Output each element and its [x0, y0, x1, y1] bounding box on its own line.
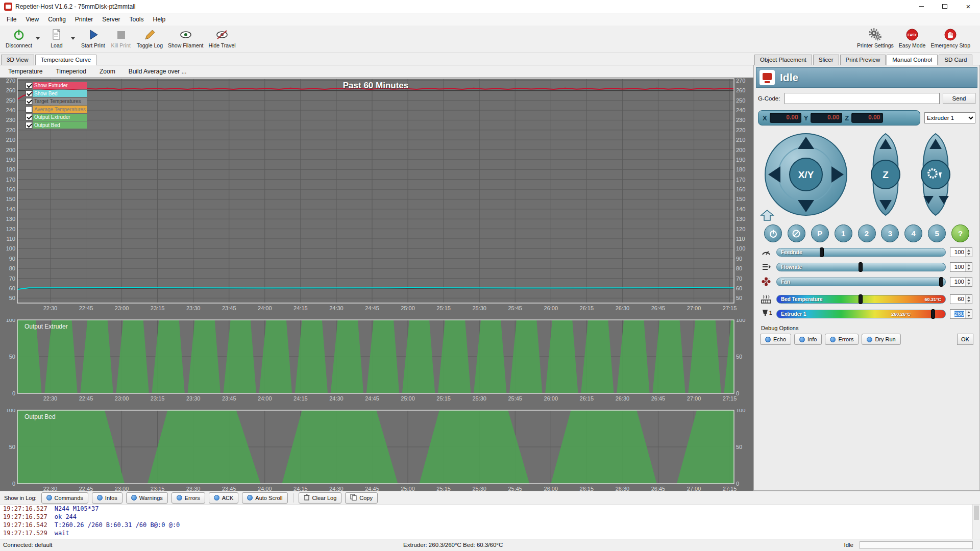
z-axis-label: Z: [845, 114, 849, 122]
svg-text:210: 210: [6, 137, 15, 143]
printer-settings-button[interactable]: Printer Settings: [854, 27, 896, 49]
fan-slider-thumb[interactable]: [939, 277, 943, 287]
flowrate-value-box[interactable]: 100: [950, 262, 972, 272]
flowrate-slider-thumb[interactable]: [859, 262, 863, 272]
log-warnings-toggle[interactable]: Warnings: [126, 492, 168, 504]
fan-slider[interactable]: Fan: [776, 278, 946, 286]
minimize-button[interactable]: [910, 0, 933, 13]
flowrate-slider[interactable]: Flowrate: [776, 263, 946, 271]
start-print-button[interactable]: Start Print: [79, 27, 108, 49]
preset-2-button[interactable]: 2: [858, 224, 876, 242]
log-output[interactable]: 19:27:16.527N244 M105*37 19:27:16.527ok …: [0, 504, 980, 539]
tab-sd-card[interactable]: SD Card: [939, 55, 972, 65]
debug-errors-toggle[interactable]: Errors: [825, 334, 859, 345]
bed-temperature-value-box[interactable]: 60: [950, 294, 972, 304]
preset-4-button[interactable]: 4: [904, 224, 922, 242]
output-extruder-checkbox[interactable]: [26, 114, 32, 120]
log-errors-toggle[interactable]: Errors: [172, 492, 205, 504]
disconnect-button[interactable]: Disconnect: [3, 27, 35, 49]
bed-temperature-thumb[interactable]: [859, 294, 863, 304]
extruder-temperature-value-box[interactable]: 260: [950, 309, 972, 319]
output-bed-checkbox[interactable]: [26, 122, 32, 129]
show-bed-checkbox[interactable]: [26, 90, 32, 97]
menu-temperature[interactable]: Temperature: [8, 68, 42, 75]
extruder-temperature-slider[interactable]: Extruder 1 260.26°C: [776, 310, 946, 318]
send-button[interactable]: Send: [943, 93, 975, 104]
preset-5-button[interactable]: 5: [928, 224, 946, 242]
menu-zoom[interactable]: Zoom: [100, 68, 115, 75]
extruder-select[interactable]: Extruder 1: [924, 112, 975, 123]
debug-options-row: Echo Info Errors Dry Run OK: [756, 334, 977, 345]
clear-log-button[interactable]: Clear Log: [299, 492, 342, 504]
feedrate-slider[interactable]: Feedrate: [776, 248, 946, 257]
menu-file[interactable]: File: [2, 14, 21, 25]
preset-3-button[interactable]: 3: [881, 224, 899, 242]
z-jog-control[interactable]: Z: [864, 132, 907, 217]
tab-slicer[interactable]: Slicer: [813, 55, 839, 65]
gcode-input[interactable]: [785, 93, 940, 104]
power-button[interactable]: [764, 224, 782, 242]
preset-1-button[interactable]: 1: [835, 224, 852, 242]
extruder-jog-control[interactable]: [912, 132, 959, 217]
tab-print-preview[interactable]: Print Preview: [840, 55, 886, 65]
load-button[interactable]: Load: [43, 27, 70, 49]
flowrate-value[interactable]: 100: [950, 264, 965, 270]
menu-build-average[interactable]: Build Average over ...: [129, 68, 187, 75]
xy-jog-pad[interactable]: X/Y: [763, 132, 849, 217]
feedrate-value[interactable]: 100: [950, 249, 965, 255]
fan-value[interactable]: 100: [950, 279, 965, 285]
debug-info-toggle[interactable]: Info: [794, 334, 822, 345]
help-button[interactable]: ?: [951, 224, 969, 242]
feedrate-spinner[interactable]: [965, 248, 972, 257]
menu-printer[interactable]: Printer: [70, 14, 97, 25]
bed-temperature-spinner[interactable]: [965, 295, 972, 304]
flowrate-spinner[interactable]: [965, 263, 972, 271]
extruder-temperature-value[interactable]: 260: [950, 311, 965, 317]
menu-timeperiod[interactable]: Timeperiod: [56, 68, 86, 75]
fan-spinner[interactable]: [965, 278, 972, 286]
extruder-temperature-spinner[interactable]: [965, 310, 972, 318]
z-control-label: Z: [883, 169, 889, 180]
home-button[interactable]: [760, 209, 774, 221]
tab-3d-view[interactable]: 3D View: [1, 55, 34, 65]
menu-config[interactable]: Config: [43, 14, 70, 25]
debug-echo-toggle[interactable]: Echo: [760, 334, 791, 345]
feedrate-value-box[interactable]: 100: [950, 247, 972, 257]
scrollbar-thumb[interactable]: [974, 506, 979, 520]
ok-button[interactable]: OK: [957, 334, 973, 345]
maximize-button[interactable]: [933, 0, 957, 13]
extruder-temperature-thumb[interactable]: [931, 309, 935, 319]
heated-bed-icon: [760, 294, 772, 304]
fan-value-box[interactable]: 100: [950, 277, 972, 287]
menu-server[interactable]: Server: [97, 14, 125, 25]
menu-view[interactable]: View: [21, 14, 43, 25]
toggle-log-button[interactable]: Toggle Log: [134, 27, 165, 49]
close-button[interactable]: ×: [957, 0, 980, 13]
emergency-stop-button[interactable]: Emergency Stop: [928, 27, 973, 49]
motors-off-button[interactable]: [788, 224, 805, 242]
bed-temperature-value[interactable]: 60: [950, 296, 965, 302]
log-infos-toggle[interactable]: Infos: [92, 492, 122, 504]
feedrate-slider-thumb[interactable]: [820, 247, 824, 257]
menu-help[interactable]: Help: [149, 14, 170, 25]
show-extruder-checkbox[interactable]: [26, 82, 32, 89]
menu-tools[interactable]: Tools: [125, 14, 149, 25]
log-commands-toggle[interactable]: Commands: [41, 492, 88, 504]
copy-button[interactable]: Copy: [345, 492, 378, 504]
tab-temperature-curve[interactable]: Temperature Curve: [35, 55, 96, 65]
park-button[interactable]: P: [811, 224, 829, 242]
log-autoscroll-toggle[interactable]: Auto Scroll: [242, 492, 287, 504]
average-temperatures-checkbox[interactable]: [26, 106, 32, 113]
show-filament-button[interactable]: Show Filament: [165, 27, 206, 49]
bed-temperature-slider[interactable]: Bed Temperature 60.31°C: [776, 295, 946, 304]
target-temperatures-checkbox[interactable]: [26, 98, 32, 105]
tab-manual-control[interactable]: Manual Control: [887, 55, 938, 65]
disconnect-dropdown-arrow[interactable]: [35, 27, 41, 49]
tab-object-placement[interactable]: Object Placement: [754, 55, 812, 65]
load-dropdown-arrow[interactable]: [70, 27, 77, 49]
easy-mode-button[interactable]: EASY Easy Mode: [896, 27, 928, 49]
hide-travel-button[interactable]: Hide Travel: [206, 27, 238, 49]
log-ack-toggle[interactable]: ACK: [209, 492, 239, 504]
debug-dry-run-toggle[interactable]: Dry Run: [862, 334, 900, 345]
log-scrollbar[interactable]: [972, 505, 980, 539]
